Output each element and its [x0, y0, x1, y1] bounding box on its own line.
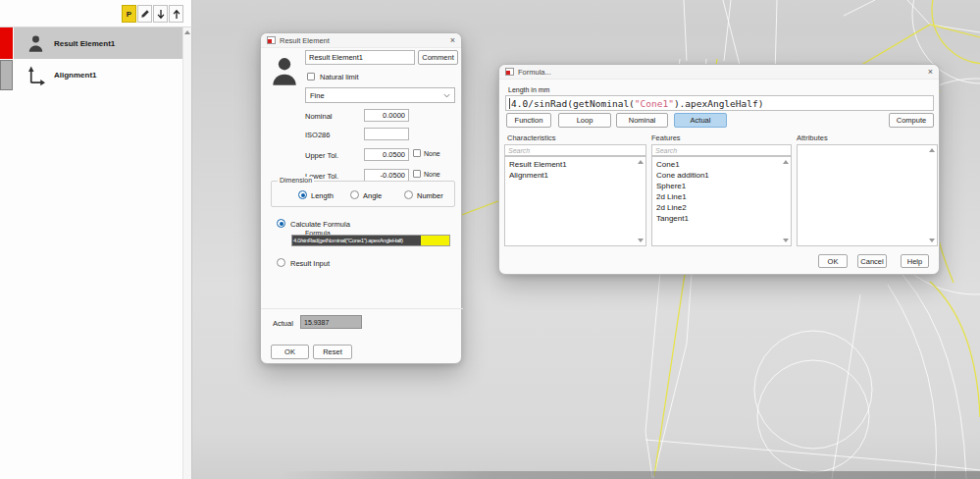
scroll-up-arrow-icon[interactable]: [638, 160, 644, 164]
arrow-down-icon: [156, 9, 166, 20]
result-element-dialog: Result Element × Comment Natural limit F…: [260, 32, 462, 364]
attributes-list[interactable]: [797, 144, 938, 246]
close-icon[interactable]: ×: [928, 68, 933, 77]
features-search-input[interactable]: [651, 144, 792, 156]
function-button[interactable]: Function: [506, 113, 551, 128]
list-item[interactable]: Cone addition1: [652, 170, 791, 181]
scroll-up-arrow-icon[interactable]: [929, 148, 935, 152]
dimension-option-label: Length: [311, 191, 334, 200]
upper-tol-field[interactable]: [364, 148, 409, 161]
scroll-up-arrow-icon[interactable]: [184, 30, 190, 34]
divider: [261, 308, 463, 309]
actual-button[interactable]: Actual: [674, 113, 727, 128]
formula-highlight: [421, 236, 449, 245]
status-badge-result-element: [0, 27, 13, 59]
formula-field[interactable]: 4.0/sinRad(getNominal("Cone1").apexAngle…: [291, 235, 450, 246]
dimension-option-label: Angle: [363, 191, 382, 200]
reset-button[interactable]: Reset: [313, 345, 352, 359]
actual-value-field: 15.9387: [300, 315, 362, 329]
calculate-formula-label: Calculate Formula: [290, 220, 350, 229]
app-icon: [267, 36, 276, 44]
formula-prefix: 4.0/sinRad(getNominal(: [511, 98, 635, 109]
cancel-button[interactable]: Cancel: [857, 254, 887, 268]
formula-input[interactable]: 4.0/sinRad(getNominal("Cone1").apexAngle…: [505, 95, 934, 111]
characteristics-label: Characteristics: [507, 133, 556, 142]
move-up-button[interactable]: [169, 5, 183, 23]
person-icon: [270, 55, 299, 86]
list-item[interactable]: Tangent1: [652, 213, 791, 224]
characteristics-list[interactable]: Result Element1Alignment1: [504, 156, 646, 246]
upper-none-checkbox[interactable]: [413, 149, 421, 157]
list-item[interactable]: Sphere1: [652, 181, 791, 191]
tolerance-class-value: Fine: [310, 91, 325, 100]
attributes-label: Attributes: [797, 133, 828, 142]
list-item[interactable]: 2d Line2: [652, 202, 791, 213]
arrow-up-icon: [172, 9, 181, 20]
pencil-icon: [140, 9, 150, 19]
dimension-group: Dimension LengthAngleNumber: [271, 181, 455, 207]
calculate-formula-radio[interactable]: [277, 219, 285, 228]
chevron-down-icon: [443, 93, 450, 98]
sidebar-item-label: Alignment1: [54, 71, 97, 80]
list-item[interactable]: Cone1: [652, 159, 791, 170]
loop-button[interactable]: Loop: [558, 113, 611, 128]
comment-button[interactable]: Comment: [418, 50, 458, 65]
dimension-radio-number[interactable]: [404, 190, 413, 199]
ok-button[interactable]: OK: [818, 254, 848, 268]
app-icon: [505, 68, 514, 76]
characteristics-search-input[interactable]: [504, 144, 646, 156]
list-item[interactable]: 2d Line1: [652, 191, 791, 202]
screen: P Result Element1 Alignment: [0, 0, 980, 479]
scroll-down-arrow-icon[interactable]: [638, 239, 644, 242]
axes-icon: [26, 65, 45, 86]
sidebar-scrollbar[interactable]: [182, 27, 191, 479]
dimension-radio-angle[interactable]: [350, 190, 359, 199]
dialog-title: Formula...: [518, 68, 551, 77]
text-caret: [509, 98, 510, 109]
formula-dialog-titlebar[interactable]: Formula... ×: [499, 65, 939, 80]
result-input-radio[interactable]: [277, 258, 285, 267]
features-list[interactable]: Cone1Cone addition1Sphere12d Line12d Lin…: [651, 156, 792, 246]
actual-label: Actual: [273, 319, 293, 328]
list-item[interactable]: Result Element1: [505, 159, 645, 170]
formula-string-literal: "Cone1": [635, 98, 674, 109]
scroll-down-arrow-icon[interactable]: [783, 239, 789, 242]
sidebar-panel: P Result Element1 Alignment: [0, 0, 192, 479]
move-down-button[interactable]: [153, 5, 168, 23]
edit-pencil-button[interactable]: [137, 5, 152, 23]
lower-none-label: None: [424, 171, 440, 178]
p-button[interactable]: P: [122, 5, 136, 23]
compute-button[interactable]: Compute: [889, 113, 934, 128]
nominal-label: Nominal: [305, 112, 333, 121]
lower-none-checkbox[interactable]: [413, 170, 421, 178]
viewport-bottom-shade: [281, 471, 980, 479]
natural-limit-label: Natural limit: [320, 73, 359, 81]
sidebar-item-result-element[interactable]: Result Element1: [14, 27, 183, 59]
tolerance-class-select[interactable]: Fine: [305, 87, 455, 103]
ok-button[interactable]: OK: [271, 345, 309, 359]
dimension-legend: Dimension: [278, 177, 314, 184]
sidebar-toolbar: P: [122, 5, 183, 23]
formula-dialog: Formula... × Length in mm 4.0/sinRad(get…: [498, 64, 940, 275]
sidebar-item-alignment[interactable]: Alignment1: [14, 60, 183, 90]
upper-tol-label: Upper Tol.: [305, 151, 338, 160]
nominal-button[interactable]: Nominal: [616, 113, 668, 128]
list-item[interactable]: Alignment1: [505, 170, 645, 181]
close-icon[interactable]: ×: [450, 36, 455, 45]
formula-selected-text: 4.0/sinRad(getNominal("Cone1").apexAngle…: [292, 236, 421, 245]
name-field[interactable]: [305, 50, 415, 65]
dimension-option-label: Number: [417, 191, 443, 200]
natural-limit-checkbox[interactable]: [307, 73, 315, 80]
sidebar-item-label: Result Element1: [54, 39, 115, 48]
nominal-field[interactable]: [364, 109, 409, 122]
unit-label: Length in mm: [508, 86, 549, 93]
result-input-label: Result Input: [290, 259, 330, 268]
scroll-down-arrow-icon[interactable]: [929, 239, 935, 242]
scroll-up-arrow-icon[interactable]: [783, 160, 789, 164]
dimension-radio-length[interactable]: [298, 190, 307, 199]
formula-suffix: ).apexAngleHalf): [674, 98, 764, 109]
iso286-label: ISO286: [305, 131, 330, 139]
result-dialog-titlebar[interactable]: Result Element ×: [261, 33, 461, 48]
iso286-field[interactable]: [364, 128, 409, 140]
help-button[interactable]: Help: [901, 254, 929, 268]
